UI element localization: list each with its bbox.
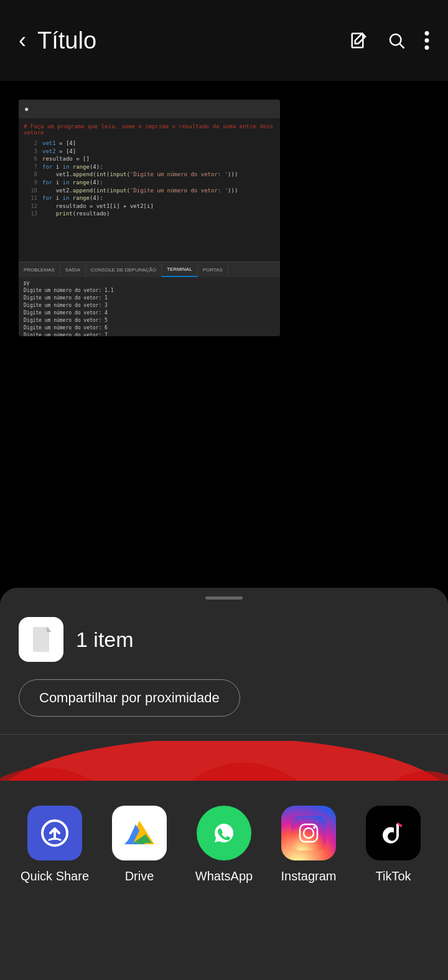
apps-row: Quick Share Drive: [0, 781, 448, 980]
svg-point-3: [425, 31, 429, 35]
edit-button[interactable]: [350, 31, 368, 50]
svg-rect-7: [33, 627, 47, 632]
back-button[interactable]: ‹: [19, 27, 26, 54]
main-content: ● # Faça um programa que leia, some e im…: [0, 81, 448, 641]
code-screenshot: ● # Faça um programa que leia, some e im…: [19, 100, 280, 336]
app-item-quick-share[interactable]: Quick Share: [12, 806, 97, 883]
tiktok-label: TikTok: [375, 869, 411, 883]
whatsapp-icon: [197, 806, 251, 860]
svg-point-4: [425, 39, 429, 43]
svg-point-14: [313, 826, 315, 829]
instagram-icon: [281, 806, 336, 860]
item-count: 1 item: [76, 628, 134, 652]
top-bar: ‹ Título: [0, 0, 448, 81]
more-button[interactable]: [424, 31, 429, 50]
drive-icon: [112, 806, 167, 860]
separator: [0, 734, 448, 735]
search-button[interactable]: [387, 31, 406, 50]
terminal-content: py Digite um número do vetor: 1.1 Digite…: [19, 277, 280, 336]
top-bar-left: ‹ Título: [19, 27, 350, 54]
quick-share-label: Quick Share: [21, 869, 89, 883]
top-bar-icons: [350, 31, 429, 50]
file-icon-wrap: [19, 617, 63, 662]
tab-output[interactable]: SAÍDA: [60, 262, 86, 277]
app-item-drive[interactable]: Drive: [97, 806, 182, 883]
proximity-button[interactable]: Compartilhar por proximidade: [19, 679, 240, 717]
whatsapp-label: WhatsApp: [195, 869, 253, 883]
tiktok-icon: [366, 806, 421, 860]
instagram-label: Instagram: [281, 869, 337, 883]
sheet-item-row: 1 item: [0, 600, 448, 662]
code-comment: # Faça um programa que leia, some e impr…: [24, 122, 275, 137]
app-item-instagram[interactable]: Instagram: [266, 806, 351, 883]
tab-ports[interactable]: PORTAS: [198, 262, 228, 277]
svg-point-1: [390, 34, 401, 45]
tab-debug[interactable]: CONSOLE DE DEPURAÇÃO: [86, 262, 162, 277]
app-item-whatsapp[interactable]: WhatsApp: [182, 806, 266, 883]
drive-label: Drive: [125, 869, 154, 883]
page-title: Título: [37, 27, 96, 54]
quick-share-icon: [27, 806, 82, 860]
app-item-tiktok[interactable]: TikTok: [351, 806, 436, 883]
tab-problems[interactable]: PROBLEMAS: [19, 262, 60, 277]
svg-rect-15: [376, 816, 410, 850]
bottom-sheet: 1 item Compartilhar por proximidade: [0, 588, 448, 980]
svg-rect-11: [291, 816, 326, 850]
svg-line-2: [400, 44, 404, 49]
svg-point-5: [425, 45, 429, 50]
tab-terminal[interactable]: TERMINAL: [162, 262, 197, 277]
